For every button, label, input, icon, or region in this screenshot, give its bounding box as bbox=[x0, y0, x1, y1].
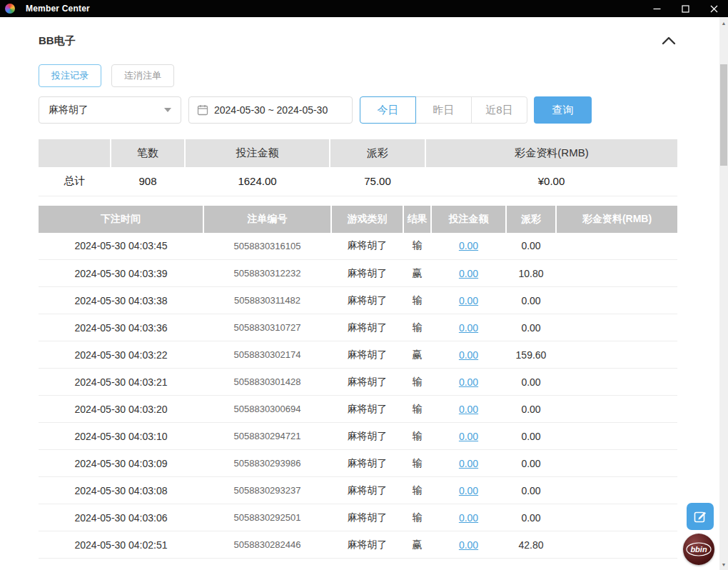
chevron-down-icon bbox=[164, 108, 171, 112]
result-cell: 输 bbox=[403, 369, 431, 396]
bonus-cell bbox=[556, 287, 677, 314]
header-bonus: 彩金资料(RMB) bbox=[556, 206, 677, 233]
scrollbar-down-arrow-icon[interactable]: ▼ bbox=[719, 559, 728, 570]
bbin-logo-icon: bbin bbox=[685, 541, 712, 558]
bonus-cell bbox=[556, 233, 677, 260]
game-type-cell: 麻将胡了 bbox=[331, 233, 403, 260]
bet-time-cell: 2024-05-30 04:03:21 bbox=[39, 369, 203, 396]
bet-amount-link[interactable]: 0.00 bbox=[459, 431, 478, 442]
bet-amount-link[interactable]: 0.00 bbox=[459, 295, 478, 306]
game-type-cell: 麻将胡了 bbox=[331, 396, 403, 423]
result-cell: 输 bbox=[403, 504, 431, 531]
header-bet-amount: 投注金额 bbox=[431, 206, 506, 233]
vertical-scrollbar[interactable]: ▲ ▼ bbox=[719, 17, 728, 570]
bbin-logo-button[interactable]: bbin bbox=[683, 534, 714, 565]
order-id-cell: 5058830294721 bbox=[203, 423, 331, 450]
bet-time-cell: 2024-05-30 04:03:39 bbox=[39, 260, 203, 287]
game-select-value: 麻将胡了 bbox=[49, 104, 89, 116]
payout-cell: 10.80 bbox=[506, 260, 556, 287]
bet-amount-link[interactable]: 0.00 bbox=[459, 458, 478, 469]
table-row: 2024-05-30 04:03:065058830292501麻将胡了输0.0… bbox=[39, 504, 677, 531]
game-type-cell: 麻将胡了 bbox=[331, 477, 403, 504]
game-select[interactable]: 麻将胡了 bbox=[39, 96, 181, 124]
bet-amount-link[interactable]: 0.00 bbox=[459, 512, 478, 524]
bonus-cell bbox=[556, 531, 677, 559]
summary-bet-amount-value: 1624.00 bbox=[185, 167, 330, 196]
tab-cancelled-orders[interactable]: 连消注单 bbox=[111, 64, 174, 87]
calendar-icon bbox=[197, 104, 208, 116]
table-row: 2024-05-30 04:03:225058830302174麻将胡了赢0.0… bbox=[39, 341, 677, 369]
bet-amount-link[interactable]: 0.00 bbox=[459, 349, 478, 361]
filter-row: 麻将胡了 2024-05-30 ~ 2024-05-30 今日 昨日 近8日 查… bbox=[39, 96, 677, 124]
bet-time-cell: 2024-05-30 04:03:22 bbox=[39, 341, 203, 369]
quick-filter-last8days[interactable]: 近8日 bbox=[471, 96, 527, 124]
maximize-icon bbox=[682, 5, 689, 13]
bet-amount-cell: 0.00 bbox=[431, 450, 506, 477]
chevron-up-icon bbox=[662, 36, 676, 45]
bet-amount-link[interactable]: 0.00 bbox=[459, 240, 478, 251]
bet-amount-link[interactable]: 0.00 bbox=[459, 485, 478, 496]
bet-amount-link[interactable]: 0.00 bbox=[459, 322, 478, 334]
close-icon bbox=[710, 5, 718, 13]
payout-cell: 0.00 bbox=[506, 287, 556, 314]
close-button[interactable] bbox=[699, 0, 728, 17]
tab-bet-records[interactable]: 投注记录 bbox=[39, 64, 101, 87]
date-range-value: 2024-05-30 ~ 2024-05-30 bbox=[214, 104, 328, 116]
bet-amount-link[interactable]: 0.00 bbox=[459, 404, 478, 415]
bonus-cell bbox=[556, 504, 677, 531]
bet-amount-link[interactable]: 0.00 bbox=[459, 268, 478, 279]
game-type-cell: 麻将胡了 bbox=[331, 450, 403, 477]
order-id-cell: 5058830312232 bbox=[203, 260, 331, 287]
section-header: BB电子 bbox=[39, 33, 677, 49]
table-row: 2024-05-30 04:03:095058830293986麻将胡了输0.0… bbox=[39, 450, 677, 477]
bet-time-cell: 2024-05-30 04:03:06 bbox=[39, 504, 203, 531]
record-tabs: 投注记录 连消注单 bbox=[39, 64, 677, 87]
payout-cell: 0.00 bbox=[506, 396, 556, 423]
maximize-button[interactable] bbox=[671, 0, 699, 17]
result-cell: 输 bbox=[403, 287, 431, 314]
minimize-button[interactable] bbox=[642, 0, 671, 17]
game-type-cell: 麻将胡了 bbox=[331, 314, 403, 341]
game-type-cell: 麻将胡了 bbox=[331, 369, 403, 396]
bet-amount-cell: 0.00 bbox=[431, 287, 506, 314]
quick-filter-yesterday[interactable]: 昨日 bbox=[415, 96, 472, 124]
order-id-cell: 5058830311482 bbox=[203, 287, 331, 314]
order-id-cell: 5058830293986 bbox=[203, 450, 331, 477]
bet-amount-cell: 0.00 bbox=[431, 341, 506, 369]
scrollbar-up-arrow-icon[interactable]: ▲ bbox=[719, 17, 728, 29]
bet-amount-link[interactable]: 0.00 bbox=[459, 539, 478, 551]
feedback-edit-button[interactable] bbox=[687, 503, 714, 530]
bonus-cell bbox=[556, 396, 677, 423]
payout-cell: 0.00 bbox=[506, 314, 556, 341]
header-game-type: 游戏类别 bbox=[331, 206, 403, 233]
window-controls bbox=[642, 0, 728, 17]
header-bet-time: 下注时间 bbox=[39, 206, 203, 233]
search-button[interactable]: 查询 bbox=[534, 96, 592, 124]
bet-time-cell: 2024-05-30 04:03:38 bbox=[39, 287, 203, 314]
bet-amount-cell: 0.00 bbox=[431, 369, 506, 396]
scrollbar-thumb[interactable] bbox=[720, 64, 727, 166]
game-type-cell: 麻将胡了 bbox=[331, 423, 403, 450]
summary-header-empty bbox=[39, 139, 111, 167]
bet-amount-cell: 0.00 bbox=[431, 504, 506, 531]
table-row: 2024-05-30 04:03:365058830310727麻将胡了输0.0… bbox=[39, 314, 677, 341]
payout-cell: 0.00 bbox=[506, 369, 556, 396]
payout-cell: 0.00 bbox=[506, 450, 556, 477]
section-title: BB电子 bbox=[39, 34, 76, 48]
summary-total-label: 总计 bbox=[39, 167, 111, 196]
result-cell: 输 bbox=[403, 314, 431, 341]
bonus-cell bbox=[556, 477, 677, 504]
summary-header-bonus: 彩金资料(RMB) bbox=[425, 139, 677, 167]
bet-amount-cell: 0.00 bbox=[431, 423, 506, 450]
order-id-cell: 5058830282446 bbox=[203, 531, 331, 559]
bet-amount-link[interactable]: 0.00 bbox=[459, 376, 478, 388]
order-id-cell: 5058830310727 bbox=[203, 314, 331, 341]
quick-filter-today[interactable]: 今日 bbox=[360, 96, 416, 124]
summary-header-count: 笔数 bbox=[111, 139, 185, 167]
date-range-picker[interactable]: 2024-05-30 ~ 2024-05-30 bbox=[188, 96, 353, 124]
summary-header-row: 笔数 投注金额 派彩 彩金资料(RMB) bbox=[39, 139, 677, 167]
collapse-button[interactable] bbox=[660, 35, 677, 46]
result-cell: 赢 bbox=[403, 341, 431, 369]
app-logo-icon bbox=[5, 4, 15, 14]
result-cell: 输 bbox=[403, 450, 431, 477]
